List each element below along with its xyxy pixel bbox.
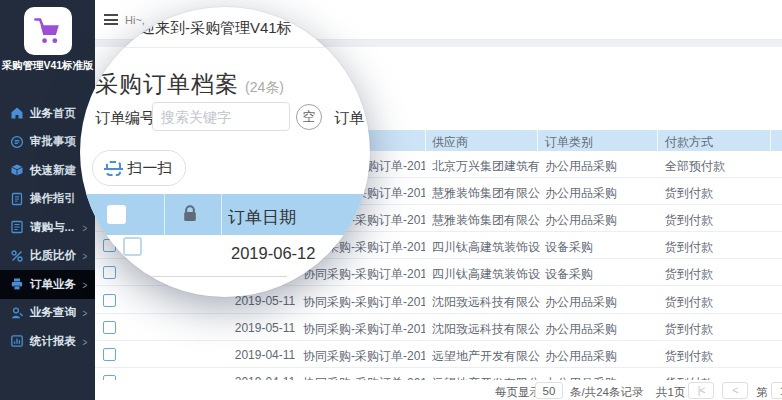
cell-order-name: 协同采购-采购订单-201... bbox=[303, 294, 425, 311]
record-count-badge: (24条) bbox=[245, 79, 284, 95]
app-logo bbox=[24, 7, 72, 55]
column-header-date-magnified: 订单日期 bbox=[228, 206, 296, 229]
row-date-magnified: 2019-06-12 bbox=[231, 244, 315, 263]
cell-payment-method: 货到付款 bbox=[665, 294, 775, 311]
pagination-bar: 每页显示 50 条/共24条记录 共1页 |< < 第 1 页 bbox=[95, 380, 782, 400]
scan-icon bbox=[106, 161, 121, 176]
order-number-filter-label: 订单编号 bbox=[95, 109, 155, 128]
records-count-label: 条/共24条记录 bbox=[570, 385, 644, 400]
chevron-right-icon: > bbox=[83, 306, 88, 319]
row-checkbox[interactable] bbox=[103, 266, 116, 279]
row-divider-magnified bbox=[150, 276, 287, 277]
first-page-button[interactable]: |< bbox=[688, 382, 714, 399]
table-header-magnified: 订单日期 bbox=[80, 194, 370, 235]
column-header-payment: 付款方式 bbox=[665, 134, 713, 151]
cell-payment-method: 货到付款 bbox=[665, 239, 775, 256]
cube-icon bbox=[9, 163, 24, 178]
cell-order-type: 办公用品采购 bbox=[545, 348, 655, 365]
row-checkbox[interactable] bbox=[103, 321, 116, 334]
chart-icon bbox=[9, 334, 24, 349]
page-title: 采购订单档案(24条) bbox=[95, 69, 284, 100]
app-title: 采购管理V41标准版 bbox=[0, 59, 95, 73]
order-number-clear-button[interactable]: 空 bbox=[296, 104, 322, 130]
approval-icon bbox=[9, 134, 24, 149]
shopping-cart-icon bbox=[32, 16, 64, 46]
cell-supplier: 四川钛高建筑装饰设... bbox=[432, 239, 540, 256]
sidebar: 采购管理V41标准版 业务首页审批事项快速新建操作指引请购与...>比质比价>订… bbox=[0, 0, 95, 400]
sidebar-item-label: 请购与... bbox=[30, 220, 74, 235]
row-checkbox-magnified[interactable] bbox=[123, 237, 142, 256]
query-icon bbox=[9, 305, 24, 320]
app-window: 采购管理V41标准版 业务首页审批事项快速新建操作指引请购与...>比质比价>订… bbox=[0, 0, 782, 400]
guide-icon bbox=[9, 191, 24, 206]
cell-supplier: 远望地产开发有限公司 bbox=[432, 348, 540, 365]
sidebar-item-label: 操作指引 bbox=[30, 191, 76, 206]
sidebar-item-business-home[interactable]: 业务首页 bbox=[0, 99, 95, 128]
cell-payment-method: 货到付款 bbox=[665, 212, 775, 229]
sidebar-item-label: 订单业务 bbox=[30, 277, 76, 292]
cell-order-name: 协同采购-采购订单-201... bbox=[303, 321, 425, 338]
cell-order-type: 办公用品采购 bbox=[545, 185, 655, 202]
cell-order-type: 办公用品采购 bbox=[545, 212, 655, 229]
cell-payment-method: 全部预付款 bbox=[665, 158, 775, 175]
cell-order-type: 办公用品采购 bbox=[545, 158, 655, 175]
magnifier-overlay: ，欢迎来到-采购管理V41标 采购订单档案(24条) 订单编号 空 订单 扫一扫… bbox=[80, 7, 370, 297]
sidebar-item-label: 业务首页 bbox=[30, 106, 76, 121]
hamburger-menu-icon[interactable] bbox=[104, 14, 118, 25]
cell-order-type: 设备采购 bbox=[545, 239, 655, 256]
chevron-right-icon: > bbox=[83, 278, 88, 291]
cell-payment-method: 货到付款 bbox=[665, 185, 775, 202]
table-row: 2019-04-11协同采购-采购订单-201...远望地产开发有限公司办公用品… bbox=[95, 341, 782, 368]
cell-order-name: 协同采购-采购订单-201... bbox=[303, 266, 425, 283]
cell-supplier: 北京万兴集团建筑有... bbox=[432, 158, 540, 175]
sidebar-item-label: 比质比价 bbox=[30, 248, 76, 263]
total-pages-label: 共1页 bbox=[656, 385, 685, 400]
order-number-search-input[interactable] bbox=[152, 102, 290, 131]
cell-payment-method: 货到付款 bbox=[665, 348, 775, 365]
sidebar-item-operation-guide[interactable]: 操作指引 bbox=[0, 185, 95, 214]
sidebar-item-order-business[interactable]: 订单业务> bbox=[0, 270, 95, 299]
prev-page-button[interactable]: < bbox=[722, 382, 748, 399]
cell-order-type: 设备采购 bbox=[545, 266, 655, 283]
cell-supplier: 沈阳致远科技有限公司 bbox=[432, 321, 540, 338]
select-all-checkbox[interactable] bbox=[107, 205, 126, 224]
next-filter-label-partial: 订单 bbox=[334, 109, 364, 128]
cell-payment-method: 货到付款 bbox=[665, 266, 775, 283]
column-header-type: 订单类别 bbox=[545, 134, 593, 151]
chevron-right-icon: > bbox=[83, 249, 88, 262]
per-page-select[interactable]: 50 bbox=[535, 382, 563, 399]
printer-icon bbox=[9, 277, 24, 292]
cell-supplier: 四川钛高建筑装饰设... bbox=[432, 266, 540, 283]
row-checkbox[interactable] bbox=[103, 294, 116, 307]
sidebar-item-label: 业务查询 bbox=[30, 305, 76, 320]
page-prefix-label: 第 bbox=[756, 385, 768, 400]
column-header-supplier: 供应商 bbox=[432, 134, 468, 151]
cell-supplier: 慧雅装饰集团有限公司 bbox=[432, 185, 540, 202]
greeting-text: Hi~, bbox=[125, 14, 145, 26]
cell-order-name: 协同采购-采购订单-201... bbox=[303, 348, 425, 365]
cell-supplier: 慧雅装饰集团有限公司 bbox=[432, 212, 540, 229]
chevron-right-icon: > bbox=[83, 221, 88, 234]
row-checkbox[interactable] bbox=[103, 348, 116, 361]
scan-button[interactable]: 扫一扫 bbox=[92, 150, 186, 186]
sidebar-item-statistics-report[interactable]: 统计报表> bbox=[0, 327, 95, 356]
sidebar-item-purchase-request[interactable]: 请购与...> bbox=[0, 213, 95, 242]
list-icon bbox=[9, 220, 24, 235]
home-icon bbox=[9, 106, 24, 121]
sidebar-item-label: 统计报表 bbox=[30, 334, 76, 349]
sidebar-item-business-query[interactable]: 业务查询> bbox=[0, 299, 95, 328]
cell-order-type: 办公用品采购 bbox=[545, 321, 655, 338]
sidebar-item-compare-price[interactable]: 比质比价> bbox=[0, 242, 95, 271]
lock-icon bbox=[181, 204, 199, 224]
cell-order-type: 办公用品采购 bbox=[545, 294, 655, 311]
cell-supplier: 沈阳致远科技有限公司 bbox=[432, 294, 540, 311]
percent-icon bbox=[9, 248, 24, 263]
sidebar-item-label: 审批事项 bbox=[30, 134, 76, 149]
page-number-input[interactable]: 1 bbox=[771, 382, 782, 399]
chevron-right-icon: > bbox=[83, 335, 88, 348]
sidebar-item-label: 快速新建 bbox=[30, 163, 76, 178]
cell-payment-method: 货到付款 bbox=[665, 321, 775, 338]
table-row: 2019-05-11协同采购-采购订单-201...沈阳致远科技有限公司办公用品… bbox=[95, 314, 782, 341]
